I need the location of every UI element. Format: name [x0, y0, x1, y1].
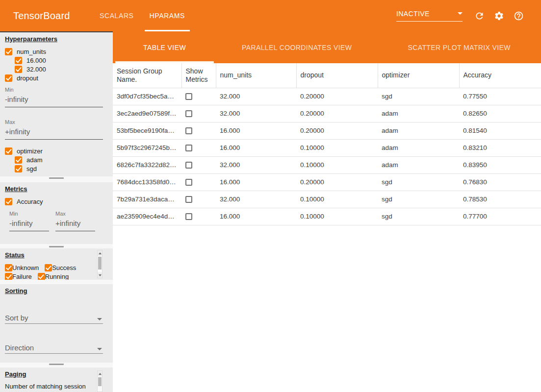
metric-minmax-row: Min Max — [9, 211, 103, 231]
dropout-min-input[interactable] — [5, 94, 103, 107]
accuracy-cell: 0.77550 — [459, 88, 541, 105]
status-success-checkbox[interactable] — [45, 264, 52, 271]
direction-placeholder: Direction — [5, 343, 34, 352]
dropout-max-label: Max — [5, 119, 103, 126]
status-scrollbar[interactable] — [97, 250, 103, 278]
refresh-button[interactable] — [469, 6, 489, 25]
accuracy-cell: 0.83950 — [459, 156, 541, 173]
status-pane: Status Unknown Success Failure Running — [0, 248, 113, 280]
hyperparameters-title: Hyperparameters — [5, 35, 103, 43]
show-metrics-checkbox[interactable] — [185, 110, 192, 117]
num-units-16-label: 16.000 — [26, 57, 46, 64]
accuracy-cell: 0.78530 — [459, 191, 541, 208]
scroll-up-button[interactable] — [98, 250, 102, 256]
scrollbar-thumb[interactable] — [98, 377, 102, 386]
status-running-checkbox[interactable] — [38, 273, 45, 280]
session-group-name-cell: 7b29a731e3daca… — [113, 191, 181, 208]
tab-hparams[interactable]: HPARAMS — [142, 0, 193, 31]
scrollbar-track[interactable] — [98, 256, 102, 272]
scrollbar-track[interactable] — [98, 376, 102, 392]
tab-parallel-coordinates-view[interactable]: PARALLEL COORDINATES VIEW — [214, 31, 380, 63]
metric-max-label: Max — [55, 211, 95, 218]
status-success-label: Success — [52, 264, 76, 271]
dropout-max-input[interactable] — [5, 126, 103, 140]
top-app-bar: TensorBoard SCALARS HPARAMS INACTIVE — [0, 0, 541, 31]
pane-resize-handle[interactable] — [49, 177, 64, 179]
show-metrics-cell — [181, 105, 216, 122]
show-metrics-checkbox[interactable] — [185, 179, 192, 186]
show-metrics-checkbox[interactable] — [185, 145, 192, 151]
num-units-cell: 32.000 — [216, 156, 296, 173]
view-tabs: TABLE VIEW PARALLEL COORDINATES VIEW SCA… — [113, 31, 541, 63]
pane-resize-handle[interactable] — [49, 364, 64, 365]
optimizer-value-row: sgd — [15, 164, 103, 173]
status-failure-checkbox[interactable] — [5, 273, 12, 280]
status-failure-row: Failure — [5, 272, 32, 280]
tab-scatter-plot-matrix-view[interactable]: SCATTER PLOT MATRIX VIEW — [380, 31, 539, 63]
metric-max-input[interactable] — [55, 218, 95, 231]
dropout-cell: 0.20000 — [296, 173, 378, 191]
header-num-units[interactable]: num_units — [216, 63, 296, 88]
header-show-metrics[interactable]: Show Metrics — [181, 63, 216, 88]
metric-min-input[interactable] — [9, 218, 49, 231]
settings-button[interactable] — [489, 6, 509, 25]
optimizer-cell: adam — [378, 122, 459, 139]
metric-max-field: Max — [55, 211, 95, 231]
dropout-cell: 0.20000 — [296, 105, 378, 122]
show-metrics-checkbox[interactable] — [185, 213, 192, 220]
optimizer-adam-checkbox[interactable] — [15, 156, 22, 164]
session-group-name-cell: ae235909ec4e4d… — [113, 208, 181, 225]
dropout-cell: 0.20000 — [296, 88, 378, 105]
table-row: 6826c7fa3322d82… 32.000 0.10000 adam 0.8… — [113, 156, 541, 173]
optimizer-checkbox[interactable] — [5, 147, 12, 155]
show-metrics-checkbox[interactable] — [185, 162, 192, 169]
header-accuracy[interactable]: Accuracy — [459, 63, 541, 88]
accuracy-checkbox[interactable] — [5, 198, 12, 205]
triangle-down-icon — [99, 274, 102, 276]
show-metrics-cell — [181, 173, 216, 191]
show-metrics-checkbox[interactable] — [185, 196, 192, 203]
status-unknown-row: Unknown — [5, 263, 39, 272]
help-icon — [514, 11, 524, 21]
paging-pane: Paging Number of matching session groups… — [0, 368, 113, 392]
accuracy-cell: 0.81540 — [459, 122, 541, 139]
num-units-cell: 32.000 — [216, 191, 296, 208]
direction-select[interactable]: Direction — [5, 343, 103, 354]
scrollbar-thumb[interactable] — [98, 257, 102, 270]
show-metrics-checkbox[interactable] — [185, 127, 192, 134]
header-dropout[interactable]: dropout — [296, 63, 378, 88]
sort-by-select[interactable]: Sort by — [5, 314, 103, 324]
session-group-name-cell: 7684dcc13358fd0… — [113, 173, 181, 191]
refresh-icon — [474, 11, 485, 21]
table-row: 3ec2aed9e07589f… 32.000 0.20000 adam 0.8… — [113, 105, 541, 122]
help-button[interactable] — [509, 6, 528, 25]
status-title: Status — [5, 251, 103, 259]
show-metrics-checkbox[interactable] — [185, 93, 192, 100]
optimizer-sgd-checkbox[interactable] — [15, 165, 22, 172]
pane-resize-handle[interactable] — [49, 246, 64, 247]
num-units-32-label: 32.000 — [26, 66, 46, 73]
tab-scalars[interactable]: SCALARS — [92, 0, 142, 31]
show-metrics-cell — [181, 88, 216, 105]
header-session-group-name[interactable]: Session Group Name. — [113, 63, 181, 88]
optimizer-cell: sgd — [378, 173, 459, 191]
header-optimizer[interactable]: optimizer — [378, 63, 459, 88]
show-metrics-cell — [181, 122, 216, 139]
accuracy-cell: 0.83210 — [459, 139, 541, 156]
metrics-pane: Metrics Accuracy Min Max — [0, 182, 113, 244]
num-units-32-checkbox[interactable] — [15, 66, 22, 73]
scroll-down-button[interactable] — [98, 272, 102, 278]
session-group-name-cell: 3ec2aed9e07589f… — [113, 105, 181, 122]
reload-interval-select[interactable]: INACTIVE — [396, 10, 463, 22]
metric-min-label: Min — [9, 211, 49, 218]
hparam-num-units-row: num_units — [5, 47, 103, 56]
tab-table-view[interactable]: TABLE VIEW — [115, 31, 214, 63]
num-units-16-checkbox[interactable] — [15, 57, 22, 64]
status-unknown-checkbox[interactable] — [5, 264, 12, 271]
num-units-checkbox[interactable] — [5, 48, 12, 55]
dropout-checkbox[interactable] — [5, 74, 12, 82]
show-metrics-cell — [181, 139, 216, 156]
paging-scrollbar[interactable] — [97, 370, 103, 392]
table-row: 3df0d7cf35bec5a… 32.000 0.20000 sgd 0.77… — [113, 88, 541, 105]
scroll-up-button[interactable] — [98, 371, 102, 376]
